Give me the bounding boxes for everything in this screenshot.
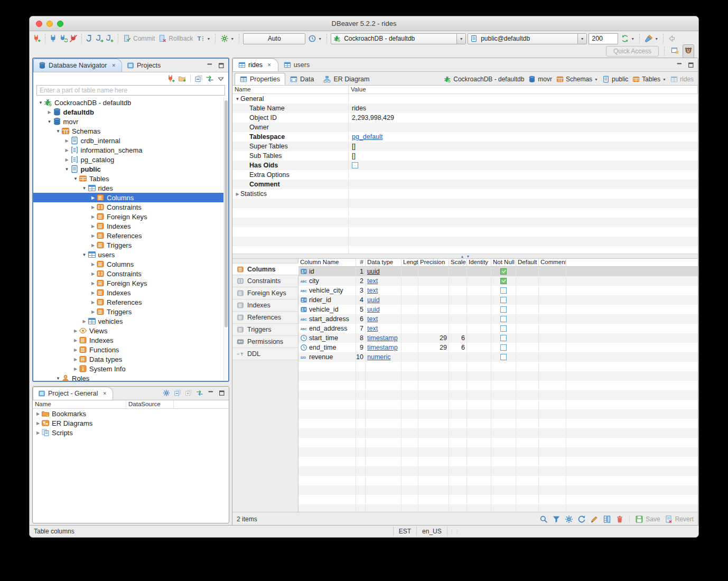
close-icon[interactable]: ✕ xyxy=(110,62,117,69)
gear-icon[interactable] xyxy=(163,389,170,397)
detail-tab-references[interactable]: References xyxy=(232,312,298,324)
property-row-has-oids[interactable]: Has Oids xyxy=(232,161,698,170)
tree-item-defaultdb[interactable]: ▶defaultdb xyxy=(33,107,228,117)
subtab-data[interactable]: Data xyxy=(285,73,319,85)
expand-all-icon[interactable] xyxy=(185,389,192,397)
expand-arrow-icon[interactable]: ▶ xyxy=(90,271,96,276)
subtab-properties[interactable]: Properties xyxy=(235,73,285,85)
chevron-down-icon[interactable]: ▼ xyxy=(662,78,666,81)
columns-view-icon[interactable] xyxy=(603,515,611,523)
detail-tab-columns[interactable]: Columns xyxy=(232,263,298,275)
property-value[interactable]: pg_default xyxy=(352,133,382,140)
column-header-value[interactable]: Value xyxy=(349,86,698,93)
tree-item-indexes[interactable]: ▶Indexes xyxy=(33,221,228,231)
property-row-tablespace[interactable]: Tablespacepg_default xyxy=(232,132,698,142)
tab-projects[interactable]: Projects xyxy=(122,59,165,72)
property-row-extra-options[interactable]: Extra Options xyxy=(232,170,698,180)
property-row-statistics[interactable]: ▶Statistics xyxy=(232,189,698,199)
maximize-view-icon[interactable] xyxy=(218,389,226,397)
collapse-arrow-icon[interactable]: ▼ xyxy=(72,176,79,181)
expand-arrow-icon[interactable]: ▶ xyxy=(35,411,41,416)
data-type-link[interactable]: text xyxy=(367,315,378,323)
column-row-start_time[interactable]: start_time8timestamp296 xyxy=(298,333,698,343)
grid-header--[interactable]: # xyxy=(356,259,366,266)
open-perspective-button[interactable] xyxy=(670,45,680,58)
tree-item-schemas[interactable]: ▼Schemas xyxy=(33,126,228,136)
breadcrumb-item-movr[interactable]: movr xyxy=(528,76,552,83)
link-with-editor-icon[interactable] xyxy=(206,74,214,83)
not-null-checkbox-checked[interactable] xyxy=(500,268,507,275)
collapse-arrow-icon[interactable]: ▼ xyxy=(235,97,240,101)
table-filter-input[interactable] xyxy=(40,87,222,94)
not-null-checkbox-unchecked[interactable] xyxy=(500,325,507,332)
tree-item-constraints[interactable]: ▶Constraints xyxy=(33,269,228,278)
property-row-general[interactable]: ▼General xyxy=(232,94,698,104)
not-null-checkbox-unchecked[interactable] xyxy=(500,354,507,360)
collapse-arrow-icon[interactable]: ▼ xyxy=(64,167,70,172)
property-row-owner[interactable]: Owner xyxy=(232,123,698,132)
commit-button[interactable]: Commit xyxy=(122,34,156,43)
data-type-link[interactable]: numeric xyxy=(367,353,390,361)
property-row-sub-tables[interactable]: Sub Tables[] xyxy=(232,151,698,161)
tree-item-views[interactable]: ▶Views xyxy=(33,326,228,335)
project-item-scripts[interactable]: ▶Scripts xyxy=(33,428,229,437)
tree-item-references[interactable]: ▶References xyxy=(33,297,228,307)
expand-arrow-icon[interactable]: ▶ xyxy=(35,430,41,435)
tree-item-rides[interactable]: ▼rides xyxy=(33,183,228,193)
refresh-icon[interactable] xyxy=(577,515,586,523)
row-limit-input[interactable] xyxy=(589,33,618,44)
data-type-link[interactable]: text xyxy=(367,287,378,294)
dbeaver-perspective-button[interactable] xyxy=(683,44,694,58)
grid-header-column-name[interactable]: Column Name xyxy=(298,259,356,266)
collapse-arrow-icon[interactable]: ▼ xyxy=(81,186,88,191)
sql-editor-icon[interactable] xyxy=(86,34,94,43)
grid-header-length[interactable]: Length xyxy=(402,259,418,266)
breadcrumb-item-rides[interactable]: rides xyxy=(670,76,694,83)
close-icon[interactable]: ✕ xyxy=(101,390,108,397)
tree-item-columns[interactable]: ▶Columns xyxy=(33,193,228,202)
view-menu-icon[interactable] xyxy=(217,74,225,83)
collapse-all-icon[interactable] xyxy=(174,389,181,397)
scrollbar-thumb[interactable] xyxy=(225,100,228,327)
not-null-checkbox-unchecked[interactable] xyxy=(500,297,507,303)
grid-header-scale[interactable]: Scale xyxy=(449,259,467,266)
brush-button[interactable]: ▼ xyxy=(643,34,659,43)
auto-refresh-button[interactable]: ▼ xyxy=(620,34,636,43)
not-null-checkbox-unchecked[interactable] xyxy=(500,344,507,351)
expand-arrow-icon[interactable]: ▶ xyxy=(90,224,96,229)
expand-arrow-icon[interactable]: ▶ xyxy=(90,300,96,305)
tree-item-foreign-keys[interactable]: ▶Foreign Keys xyxy=(33,278,228,288)
minimize-window-button[interactable] xyxy=(46,21,53,27)
not-null-checkbox-unchecked[interactable] xyxy=(500,335,507,341)
column-row-vehicle_id[interactable]: vehicle_id5uuid xyxy=(298,305,698,314)
collapse-arrow-icon[interactable]: ▼ xyxy=(81,252,88,257)
detail-tab-permissions[interactable]: Permissions xyxy=(232,336,298,348)
grid-header-precision[interactable]: Precision xyxy=(418,259,449,266)
project-item-bookmarks[interactable]: ▶Bookmarks xyxy=(33,409,229,418)
column-row-start_address[interactable]: ABCstart_address6text xyxy=(298,314,698,324)
data-type-link[interactable]: uuid xyxy=(367,306,380,313)
expand-arrow-icon[interactable]: ▶ xyxy=(90,243,96,248)
column-header-name[interactable]: Name xyxy=(33,400,126,408)
detail-tab-indexes[interactable]: Indexes xyxy=(232,299,298,312)
expand-arrow-icon[interactable]: ▶ xyxy=(72,338,79,343)
expand-arrow-icon[interactable]: ▶ xyxy=(72,329,79,333)
settings-gear-icon[interactable] xyxy=(565,515,573,523)
back-arrow-icon[interactable] xyxy=(667,34,676,43)
expand-arrow-icon[interactable]: ▶ xyxy=(64,138,70,143)
data-type-link[interactable]: uuid xyxy=(367,268,380,275)
property-row-table-name[interactable]: Table Namerides xyxy=(232,104,698,113)
collapse-arrow-icon[interactable]: ▼ xyxy=(46,119,53,124)
column-header-datasource[interactable]: DataSource xyxy=(126,400,174,408)
not-null-checkbox-checked[interactable] xyxy=(500,278,507,284)
expand-arrow-icon[interactable]: ▶ xyxy=(90,310,96,314)
tree-item-data-types[interactable]: ▶Data types xyxy=(33,354,228,364)
tree-item-system-info[interactable]: ▶System Info xyxy=(33,364,228,373)
schema-combo[interactable]: public@defaultdb ▼ xyxy=(468,33,587,44)
disconnect-icon[interactable] xyxy=(69,34,78,43)
delete-trash-icon[interactable] xyxy=(615,515,624,523)
search-icon[interactable] xyxy=(539,515,548,523)
tree-item-tables[interactable]: ▼Tables xyxy=(33,174,228,183)
tree-item-columns[interactable]: ▶Columns xyxy=(33,259,228,269)
expand-arrow-icon[interactable]: ▶ xyxy=(90,290,96,295)
